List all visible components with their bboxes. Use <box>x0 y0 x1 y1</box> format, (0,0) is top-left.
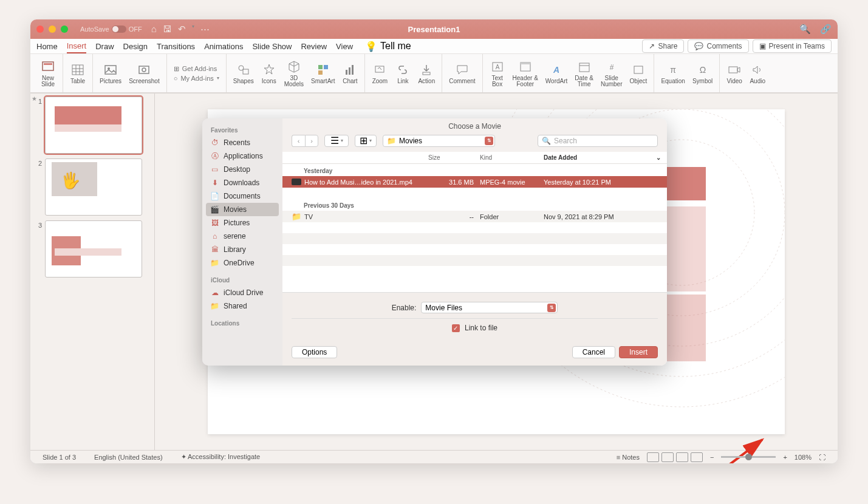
pictures-button[interactable]: Pictures <box>96 56 125 90</box>
comment-button[interactable]: Comment <box>445 56 479 90</box>
slide-indicator[interactable]: Slide 1 of 3 <box>43 454 76 461</box>
undo-dropdown-icon[interactable]: ▾ <box>192 24 194 35</box>
home-icon[interactable]: ⌂ <box>151 24 157 35</box>
textbox-button[interactable]: AText Box <box>486 56 509 90</box>
screenshot-button[interactable]: Screenshot <box>125 56 163 90</box>
back-button[interactable]: ‹ <box>292 135 305 147</box>
undo-icon[interactable]: ↶ <box>178 24 186 35</box>
tab-design[interactable]: Design <box>123 40 148 53</box>
sidebar-item-documents[interactable]: 📄Documents <box>202 189 282 203</box>
fit-window-icon[interactable]: ⛶ <box>819 454 825 461</box>
sidebar-item-shared[interactable]: 📁Shared <box>202 299 282 313</box>
action-button[interactable]: Action <box>414 56 439 90</box>
maximize-window-button[interactable] <box>61 26 68 33</box>
sidebar-item-icloud-drive[interactable]: ☁iCloud Drive <box>202 286 282 299</box>
header-footer-button[interactable]: Header & Footer <box>509 56 542 90</box>
sidebar-item-applications[interactable]: ⒶApplications <box>202 149 282 163</box>
tab-animations[interactable]: Animations <box>204 40 243 53</box>
object-button[interactable]: Object <box>626 56 651 90</box>
equation-icon: π <box>665 62 681 78</box>
tab-view[interactable]: View <box>336 40 353 53</box>
chart-icon <box>342 62 358 78</box>
wordart-icon: A <box>548 62 564 78</box>
zoom-slider[interactable] <box>721 456 776 458</box>
sidebar-item-pictures[interactable]: 🖼Pictures <box>202 216 282 230</box>
wordart-button[interactable]: AWordArt <box>542 56 572 90</box>
cancel-button[interactable]: Cancel <box>572 346 615 358</box>
svg-rect-20 <box>423 72 430 75</box>
sidebar-item-onedrive[interactable]: 📁OneDrive <box>202 256 282 270</box>
save-icon[interactable]: 🖫 <box>163 24 172 35</box>
close-window-button[interactable] <box>36 26 44 33</box>
tab-insert[interactable]: Insert <box>67 39 87 53</box>
sidebar-item-library[interactable]: 🏛Library <box>202 243 282 256</box>
tab-review[interactable]: Review <box>301 40 327 53</box>
zoom-button[interactable]: Zoom <box>368 56 391 90</box>
options-button[interactable]: Options <box>292 346 337 358</box>
3d-models-button[interactable]: 3D Models <box>281 56 307 90</box>
search-input[interactable]: 🔍 Search <box>538 135 658 147</box>
enable-select[interactable]: Movie Files ⇅ <box>421 302 558 313</box>
grid-view-button[interactable]: ⊞▾ <box>355 135 377 147</box>
slide-thumbnail-1[interactable]: 1 <box>33 97 151 154</box>
reading-view-icon[interactable] <box>676 452 688 462</box>
slide-thumbnail-3[interactable]: 3 <box>33 220 151 278</box>
zoom-level[interactable]: 108% <box>795 454 812 461</box>
language-indicator[interactable]: English (United States) <box>94 454 163 461</box>
search-icon[interactable]: 🔍 <box>799 24 811 35</box>
zoom-out-button[interactable]: − <box>710 454 714 461</box>
link-to-file-checkbox[interactable]: ✓ <box>452 324 460 332</box>
forward-button[interactable]: › <box>305 135 318 147</box>
share-button[interactable]: ↗Share <box>642 39 684 53</box>
sidebar-item-movies[interactable]: 🎬Movies <box>206 203 279 216</box>
datetime-button[interactable]: Date & Time <box>571 56 597 90</box>
downloads-icon: ⬇ <box>211 179 219 187</box>
more-icon[interactable]: ⋯ <box>200 24 210 35</box>
sorter-view-icon[interactable] <box>661 452 674 462</box>
zoom-in-button[interactable]: + <box>783 454 787 461</box>
accessibility-indicator[interactable]: ✦ Accessibility: Investigate <box>181 453 261 461</box>
tell-me-search[interactable]: 💡 Tell me <box>365 41 411 52</box>
tab-transitions[interactable]: Transitions <box>157 40 195 53</box>
equation-button[interactable]: πEquation <box>657 56 688 90</box>
present-teams-button[interactable]: ▣Present in Teams <box>753 39 832 53</box>
normal-view-icon[interactable] <box>647 452 659 462</box>
insert-button[interactable]: Insert <box>619 346 658 358</box>
icons-button[interactable]: Icons <box>258 56 281 90</box>
minimize-window-button[interactable] <box>49 26 56 33</box>
slideshow-view-icon[interactable] <box>691 452 703 462</box>
col-size-header[interactable]: Size <box>428 154 480 161</box>
chart-button[interactable]: Chart <box>338 56 361 90</box>
path-selector[interactable]: 📁 Movies ⇅ <box>383 135 495 147</box>
folder-row[interactable]: 📁TV -- Folder Nov 9, 2021 at 8:29 PM <box>282 211 667 222</box>
slide-thumbnail-2[interactable]: 2 🖐 <box>33 158 151 216</box>
slidenumber-button[interactable]: #Slide Number <box>597 56 626 90</box>
list-view-button[interactable]: ☰▾ <box>324 135 349 147</box>
comments-button[interactable]: 💬Comments <box>688 39 748 53</box>
col-kind-header[interactable]: Kind <box>480 154 541 161</box>
table-button[interactable]: Table <box>66 56 89 90</box>
tab-draw[interactable]: Draw <box>95 40 114 53</box>
sidebar-item-user[interactable]: ⌂serene <box>202 230 282 243</box>
symbol-button[interactable]: ΩSymbol <box>689 56 716 90</box>
file-chooser-dialog: Favorites ⏱Recents ⒶApplications ▭Deskto… <box>202 118 667 366</box>
autosave-toggle[interactable]: AutoSave OFF <box>80 26 142 33</box>
sidebar-item-desktop[interactable]: ▭Desktop <box>202 163 282 176</box>
file-kind: MPEG-4 movie <box>480 179 541 186</box>
col-date-header[interactable]: Date Added ⌄ <box>541 154 667 161</box>
get-addins-button[interactable]: ⊞Get Add-ins <box>174 65 219 73</box>
audio-button[interactable]: Audio <box>746 56 769 90</box>
my-addins-button[interactable]: ○My Add-ins▾ <box>174 75 219 82</box>
sidebar-item-recents[interactable]: ⏱Recents <box>202 136 282 149</box>
smartart-button[interactable]: SmartArt <box>307 56 338 90</box>
new-slide-button[interactable]: New Slide <box>36 56 60 90</box>
share-link-icon[interactable]: 🔗 <box>820 24 832 35</box>
link-button[interactable]: Link <box>391 56 414 90</box>
video-button[interactable]: Video <box>723 56 746 90</box>
notes-button[interactable]: ≡ Notes <box>617 454 640 461</box>
tab-slideshow[interactable]: Slide Show <box>252 40 292 53</box>
tab-home[interactable]: Home <box>36 40 58 53</box>
sidebar-item-downloads[interactable]: ⬇Downloads <box>202 176 282 189</box>
file-row-selected[interactable]: How to Add Musi…ideo in 2021.mp4 31.6 MB… <box>282 176 667 188</box>
shapes-button[interactable]: Shapes <box>230 56 258 90</box>
